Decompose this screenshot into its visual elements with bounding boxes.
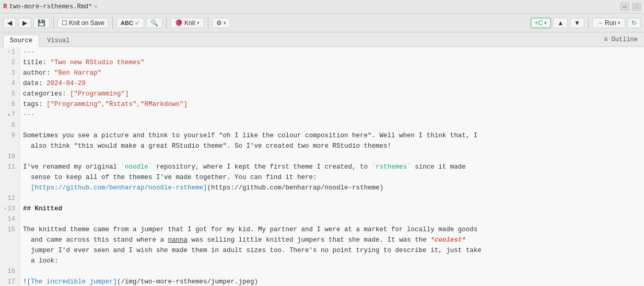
separator-2 [112, 17, 113, 29]
line-num-3: 3 [0, 68, 19, 78]
code-line-15: The knitted theme came from a jumper tha… [20, 224, 644, 235]
code-line-2: title: "Two new RStudio themes" [20, 57, 644, 68]
code-line-10 [20, 151, 644, 162]
code-line-8 [20, 120, 644, 130]
line-num-15: 15 [0, 224, 19, 235]
knit-dropdown-arrow: ▾ [197, 20, 200, 26]
code-line-3: author: "Ben Harrap" [20, 68, 644, 78]
code-line-5: categories: ["Programming"] [20, 89, 644, 99]
code-line-11-cont1: sense to keep all of the themes I've mad… [20, 172, 644, 183]
forward-icon: ▶ [22, 19, 27, 27]
code-line-15-cont1: and came across this stand where a nanna… [20, 235, 644, 245]
toolbar: ◀ ▶ 💾 ☐ Knit on Save ABC ✓ 🔍 🧶 Knit ▾ ⚙ … [0, 14, 644, 32]
minimize-btn[interactable]: ▭ [620, 3, 629, 10]
code-line-13: ## Knitted [20, 204, 644, 214]
tab-close-btn[interactable]: × [94, 4, 98, 10]
editor: ▾1 2 3 4 5 6 ▲7 8 9 10 11 12 ▾13 14 15 1… [0, 47, 644, 286]
go-down-button[interactable]: ▼ [570, 18, 584, 28]
code-line-14 [20, 214, 644, 224]
forward-button[interactable]: ▶ [18, 18, 31, 28]
separator-5 [588, 17, 589, 29]
checkbox-icon: ☐ [62, 19, 67, 27]
line-num-10: 10 [0, 151, 19, 162]
line-num-14: 14 [0, 214, 19, 224]
title-bar-left: R two-more-rsthemes.Rmd* × [3, 3, 98, 10]
line-num-cont6 [0, 256, 19, 266]
separator-4 [208, 17, 208, 29]
code-area[interactable]: --- title: "Two new RStudio themes" auth… [20, 47, 644, 286]
outline-button[interactable]: ≡ Outline [601, 35, 641, 44]
line-num-13: ▾13 [0, 204, 19, 214]
refresh-button[interactable]: ↻ [627, 18, 641, 28]
knit-on-save-checkbox[interactable]: ☐ Knit on Save [57, 18, 109, 28]
code-line-9: Sometimes you see a picture and think to… [20, 130, 644, 141]
code-line-7: --- [20, 110, 644, 120]
line-num-11: 11 [0, 162, 19, 172]
code-line-12 [20, 193, 644, 204]
code-line-15-cont2: jumper I'd ever seen and I wish she made… [20, 245, 644, 256]
title-bar: R two-more-rsthemes.Rmd* × ▭ □ [0, 0, 644, 14]
back-button[interactable]: ◀ [3, 18, 16, 28]
search-button[interactable]: 🔍 [146, 18, 162, 28]
line-num-16: 16 [0, 266, 19, 277]
line-num-1: ▾1 [0, 47, 19, 57]
code-line-11-cont2: [https://github.com/benharrap/noodle-rst… [20, 183, 644, 193]
code-line-17: ![The incredible jumper](/img/two-more-r… [20, 277, 644, 286]
line-num-cont3 [0, 183, 19, 193]
add-chunk-arrow: ▾ [544, 20, 547, 26]
line-num-2: 2 [0, 57, 19, 68]
gear-icon: ⚙ [216, 19, 222, 27]
line-num-6: 6 [0, 99, 19, 110]
line-num-7: ▲7 [0, 110, 19, 120]
abc-icon: ABC [121, 20, 133, 26]
go-up-button[interactable]: ▲ [553, 18, 568, 28]
run-dropdown-arrow: ▾ [618, 20, 620, 26]
search-icon: 🔍 [150, 19, 158, 27]
tab-visual[interactable]: Visual [40, 34, 76, 46]
spell-check-button[interactable]: ABC ✓ [116, 18, 144, 28]
code-line-15-cont3: a look: [20, 256, 644, 266]
code-line-11: I've renamed my original `noodle` reposi… [20, 162, 644, 172]
line-num-8: 8 [0, 120, 19, 130]
line-num-5: 5 [0, 89, 19, 99]
code-line-16 [20, 266, 644, 277]
run-icon: → [597, 19, 603, 27]
view-tabs: Source Visual ≡ Outline [0, 32, 644, 47]
refresh-icon: ↻ [631, 19, 637, 27]
run-label: Run [605, 19, 616, 27]
knit-button[interactable]: 🧶 Knit ▾ [170, 18, 204, 28]
line-num-cont5 [0, 245, 19, 256]
line-num-4: 4 [0, 78, 19, 89]
knit-on-save-label: Knit on Save [69, 19, 104, 27]
code-line-9-cont: also think "this would make a great RStu… [20, 141, 644, 151]
line-num-cont1 [0, 141, 19, 151]
add-chunk-button[interactable]: +C ▾ [531, 18, 552, 28]
down-arrow-icon: ▼ [574, 19, 580, 27]
separator-1 [53, 17, 54, 29]
code-line-6: tags: ["Programming","Rstats","RMarkdown… [20, 99, 644, 110]
gear-dropdown-arrow: ▾ [224, 20, 226, 26]
file-tab[interactable]: two-more-rsthemes.Rmd* [9, 3, 92, 10]
save-icon: 💾 [38, 19, 45, 27]
up-arrow-icon: ▲ [557, 19, 564, 27]
code-line-4: date: 2024-04-29 [20, 78, 644, 89]
line-num-cont2 [0, 172, 19, 183]
run-button[interactable]: → Run ▾ [592, 18, 625, 28]
back-icon: ◀ [7, 19, 12, 27]
maximize-btn[interactable]: □ [632, 3, 641, 10]
separator-3 [166, 17, 167, 29]
knit-label: Knit [184, 19, 195, 27]
settings-button[interactable]: ⚙ ▾ [212, 18, 230, 28]
line-num-cont4 [0, 235, 19, 245]
save-button[interactable]: 💾 [33, 18, 50, 28]
title-bar-right: ▭ □ [620, 3, 641, 10]
line-num-17: 17 [0, 277, 19, 286]
line-numbers: ▾1 2 3 4 5 6 ▲7 8 9 10 11 12 ▾13 14 15 1… [0, 47, 20, 286]
knit-icon: 🧶 [175, 19, 183, 27]
add-chunk-icon: +C [535, 19, 543, 27]
code-line-1: --- [20, 47, 644, 57]
line-num-9: 9 [0, 130, 19, 141]
tab-source[interactable]: Source [3, 34, 39, 47]
app-icon: R [3, 3, 7, 10]
check-icon: ✓ [135, 19, 140, 27]
